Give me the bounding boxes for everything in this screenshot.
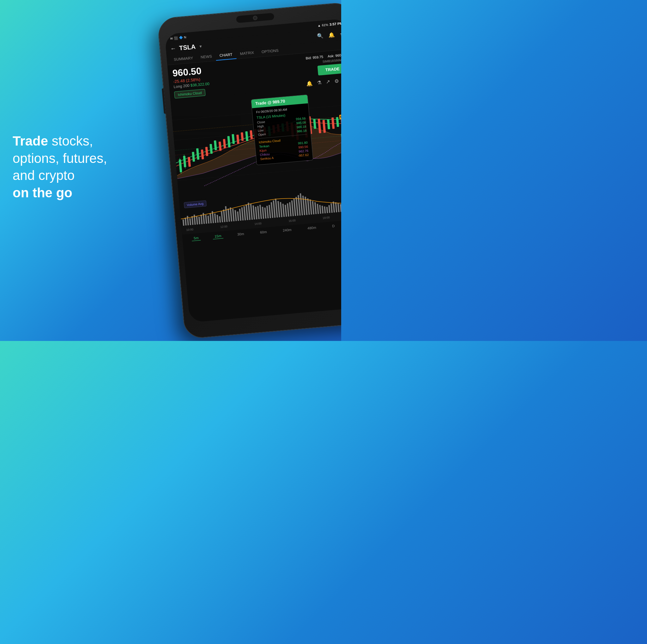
period-d[interactable]: D <box>330 223 337 229</box>
bell-icon[interactable]: 🔔 <box>328 31 335 38</box>
chart-tool-icons: 🔔 ⚗ ↗ ⚙ ⛶ <box>306 77 341 86</box>
signal-icon: N <box>184 35 187 39</box>
phone-device: ✉ ⬛ 🔷 N ▲ 61% 3:57 PM ← TSLA <box>157 2 341 339</box>
bluetooth-icon: 🔷 <box>179 36 183 39</box>
tagline-trade: Trade <box>13 134 48 148</box>
tab-matrix[interactable]: MATRIX <box>236 48 258 59</box>
tab-chart[interactable]: CHART <box>215 50 237 61</box>
phone-notch <box>236 13 274 23</box>
camera-icon <box>253 15 258 20</box>
back-button[interactable]: ← <box>170 45 176 52</box>
notification-icon: ✉ <box>170 36 173 40</box>
svg-text:989.7: 989.7 <box>340 115 341 119</box>
svg-line-10 <box>185 166 186 169</box>
share-icon[interactable]: ↗ <box>326 79 330 85</box>
search-icon[interactable]: 🔍 <box>317 32 324 39</box>
wifi-icon: ⬛ <box>174 36 178 40</box>
period-480m[interactable]: 480m <box>305 225 318 231</box>
bid-item: Bid: 959.75 <box>305 55 324 60</box>
ticker-symbol[interactable]: TSLA <box>179 43 196 52</box>
svg-line-9 <box>184 154 185 157</box>
indicator-label[interactable]: Ichimoku Cloud <box>174 89 205 98</box>
status-left-icons: ✉ ⬛ 🔷 N <box>170 35 187 40</box>
price-section: 960.50 -25.48 (2.58%) Long 200 $38,322.0… <box>172 65 210 89</box>
period-30m[interactable]: 30m <box>235 231 246 237</box>
power-button <box>162 88 166 114</box>
tagline-on-the-go: on the go <box>13 184 133 202</box>
battery-percent: 61% <box>321 23 328 27</box>
header-left: ← TSLA ▼ <box>170 43 203 53</box>
ask-item: Ask: 960.99 <box>328 53 341 58</box>
trade-button[interactable]: TRADE <box>317 63 341 75</box>
status-right-icons: ▲ 61% 3:57 PM <box>317 21 341 27</box>
phone-screen: ✉ ⬛ 🔷 N ▲ 61% 3:57 PM ← TSLA <box>164 18 341 322</box>
period-5m[interactable]: 5m <box>192 235 201 241</box>
ticker-dropdown-icon[interactable]: ▼ <box>199 44 203 49</box>
alert-icon[interactable]: 🔔 <box>306 80 313 86</box>
period-15m[interactable]: 15m <box>212 233 223 239</box>
settings-icon[interactable]: ⚙ <box>334 78 339 84</box>
watchlist-star-icon[interactable]: ★ <box>339 31 341 37</box>
header-icons: 🔍 🔔 ★ <box>317 31 341 39</box>
period-60m[interactable]: 60m <box>258 229 269 236</box>
marketing-text: Trade stocks,options, futures,and crypto… <box>13 133 133 202</box>
chart-area[interactable]: 989.7 963.95 960.5 Trade @ 989.70 Fri 06… <box>170 84 341 201</box>
battery-icon: ▲ <box>317 23 321 27</box>
period-240m[interactable]: 240m <box>281 227 293 233</box>
tooltip-ichimoku-section: Ichimoku Cloud Tenkan 991.80 Kijun 990.5… <box>259 134 309 161</box>
chart-tooltip: Trade @ 989.70 Fri 06/26/20 09:30 AM TSL… <box>251 94 313 165</box>
status-time: 3:57 PM <box>329 21 341 26</box>
lab-icon[interactable]: ⚗ <box>316 79 321 86</box>
bid-ask-trade-section: Bid: 959.75 Ask: 960.99 SIMB18S66M TRADE <box>305 53 341 76</box>
tab-news[interactable]: NEWS <box>197 51 216 62</box>
